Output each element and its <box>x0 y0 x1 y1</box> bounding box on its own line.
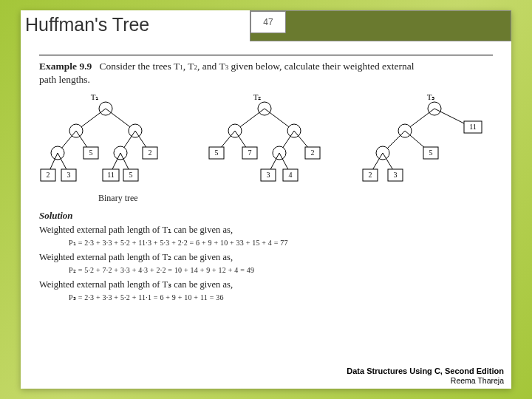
header: Huffman's Tree 47 <box>21 10 511 47</box>
calc-line-2: Weighted external path length of T₂ can … <box>39 251 493 264</box>
svg-text:5: 5 <box>429 149 433 157</box>
calc-line-1: Weighted external path length of T₁ can … <box>39 224 493 236</box>
equation-2: P₂ = 5·2 + 7·2 + 3·3 + 4·3 + 2·2 = 10 + … <box>69 266 493 274</box>
example-label: Example 9.9 <box>39 61 92 72</box>
tree-label: T₃ <box>427 92 435 101</box>
rule-top <box>39 55 493 55</box>
calc-line-3: Weighted external path length of T₃ can … <box>39 279 493 291</box>
slide: Huffman's Tree 47 Example 9.9 Consider t… <box>21 10 511 389</box>
svg-text:2: 2 <box>47 171 50 179</box>
example-prompt: Example 9.9 Consider the trees T1, T2, a… <box>39 60 493 73</box>
figure-caption: Binary tree <box>98 193 493 204</box>
trees-row: T₁ 5 2 3 <box>39 94 493 188</box>
svg-text:2: 2 <box>369 171 372 179</box>
footer-author: Reema Thareja <box>347 376 504 386</box>
equation-3: P₃ = 2·3 + 3·3 + 5·2 + 11·1 = 6 + 9 + 10… <box>69 293 493 301</box>
content: Example 9.9 Consider the trees T1, T2, a… <box>39 53 493 306</box>
example-prompt-2: path lengths. <box>39 73 493 86</box>
svg-text:5: 5 <box>215 149 219 157</box>
svg-text:2: 2 <box>311 149 315 157</box>
tree-t2: T₂ 5 7 2 3 <box>194 94 327 188</box>
page-number-box: 47 <box>250 10 511 41</box>
tree-label: T₁ <box>91 92 99 101</box>
svg-text:11: 11 <box>107 171 115 179</box>
tree-label: T₂ <box>253 92 262 101</box>
tree-t1: T₁ 5 2 3 <box>39 94 172 188</box>
svg-text:5: 5 <box>129 171 133 179</box>
footer-book: Data Structures Using C, Second Edition <box>347 366 504 376</box>
solution-heading: Solution <box>39 210 493 222</box>
svg-text:7: 7 <box>248 149 252 157</box>
page-number: 47 <box>250 11 286 33</box>
svg-text:4: 4 <box>289 171 293 179</box>
footer: Data Structures Using C, Second Edition … <box>347 366 504 386</box>
svg-text:11: 11 <box>469 123 477 131</box>
tree-t3: T₃ 11 5 2 3 <box>349 94 490 188</box>
svg-text:5: 5 <box>89 149 93 157</box>
page-title: Huffman's Tree <box>25 14 149 35</box>
svg-text:3: 3 <box>67 171 71 179</box>
svg-text:3: 3 <box>267 171 270 179</box>
equation-1: P₁ = 2·3 + 3·3 + 5·2 + 11·3 + 5·3 + 2·2 … <box>69 239 493 247</box>
svg-text:2: 2 <box>149 149 152 157</box>
svg-text:3: 3 <box>394 171 398 179</box>
